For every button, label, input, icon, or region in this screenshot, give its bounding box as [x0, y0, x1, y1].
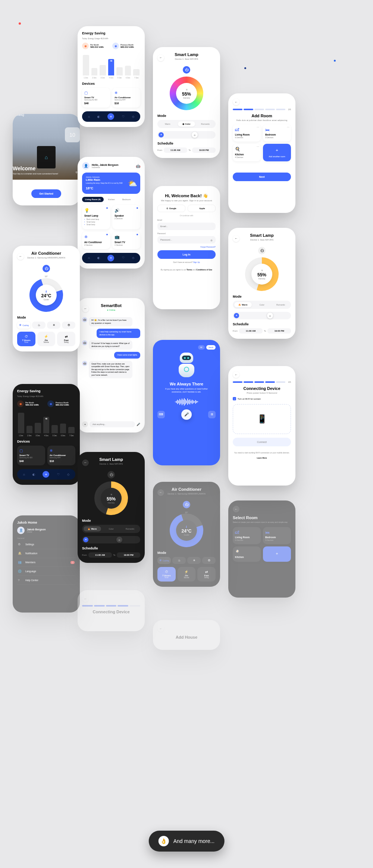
- temperature-dial[interactable]: 🌡24°CCooler: [29, 278, 63, 312]
- back-button[interactable]: ←: [157, 55, 164, 61]
- connect-button[interactable]: Connect: [233, 438, 291, 446]
- mode-romantic[interactable]: Romantic: [272, 302, 289, 307]
- temperature-dial[interactable]: 🌡24°CCooler: [170, 514, 203, 547]
- room-living[interactable]: ⋯🛋Living Room6 Devices: [233, 124, 261, 142]
- swing-tile[interactable]: ⇄FastSwing: [197, 567, 216, 582]
- terms-link[interactable]: Terms: [186, 269, 192, 271]
- mic-button[interactable]: 🎤: [181, 409, 192, 420]
- add-room-tile[interactable]: +: [263, 546, 291, 562]
- nav-home-icon[interactable]: ⌂: [23, 473, 25, 476]
- nav-energy-icon[interactable]: ◐: [32, 473, 35, 476]
- tab-bedroom[interactable]: Bedroom: [119, 197, 134, 202]
- timer-tile[interactable]: ⏱7 HoursTimer: [17, 332, 35, 346]
- nav-profile-icon[interactable]: ◇: [132, 256, 134, 260]
- from-time[interactable]: 11:00 AM: [88, 552, 112, 558]
- mode-color[interactable]: Color: [253, 302, 271, 307]
- mode-warm[interactable]: 🔥Warm: [234, 302, 252, 307]
- learn-more-link[interactable]: Learn More: [257, 457, 267, 459]
- tile-tv[interactable]: 📺Smart TV1 Devices: [112, 232, 140, 249]
- source-tile[interactable]: ⚡OnSource: [178, 567, 196, 582]
- mode-fan[interactable]: ♨: [172, 557, 186, 564]
- from-time[interactable]: 11:00 AM: [239, 328, 263, 334]
- intensity-slider[interactable]: ☀☼: [157, 131, 216, 139]
- settings-icon[interactable]: ⊞: [208, 411, 216, 418]
- more-icon[interactable]: ⋯: [257, 145, 259, 148]
- mode-color[interactable]: ◉Color: [178, 121, 195, 127]
- add-attachment-button[interactable]: +: [82, 421, 88, 427]
- mode-auto[interactable]: ⚙: [62, 322, 75, 329]
- nav-profile-icon[interactable]: ◇: [132, 115, 134, 118]
- email-field[interactable]: [157, 223, 216, 230]
- back-button[interactable]: ←: [233, 371, 239, 378]
- to-time[interactable]: 19:00 PM: [267, 328, 291, 334]
- user-avatar[interactable]: 👤: [82, 162, 90, 170]
- nav-home-icon[interactable]: ⌂: [88, 256, 90, 260]
- keyboard-icon[interactable]: ⌨: [157, 411, 165, 418]
- tab-living-room[interactable]: Living Room (4): [82, 197, 104, 202]
- intensity-slider[interactable]: ☀☼: [233, 312, 291, 319]
- nav-add-button[interactable]: +: [43, 471, 49, 478]
- notification-item[interactable]: 🔔Notification: [17, 549, 75, 558]
- swing-tile[interactable]: ⇄FastSwing: [57, 332, 75, 346]
- help-item[interactable]: ?Help Center: [17, 576, 75, 585]
- mode-fan[interactable]: ♨: [32, 322, 46, 329]
- power-button[interactable]: ⏻: [183, 66, 190, 74]
- mode-romantic[interactable]: Romantic: [121, 526, 139, 531]
- password-field[interactable]: [157, 236, 216, 244]
- mode-auto[interactable]: ⚙: [202, 557, 216, 564]
- members-item[interactable]: 👥Members1: [17, 558, 75, 567]
- nav-home-icon[interactable]: ⌂: [88, 115, 90, 118]
- back-button[interactable]: ←: [82, 459, 89, 466]
- nav-bell-icon[interactable]: ♡: [57, 473, 60, 476]
- device-smart-tv[interactable]: ▢Smart TVSamsung AU 800$46: [17, 446, 45, 465]
- mode-cooling[interactable]: ❄ Cooling: [17, 322, 31, 329]
- back-button[interactable]: ←: [157, 489, 164, 496]
- power-button[interactable]: ⏻: [258, 247, 266, 254]
- add-room-tile[interactable]: +Add another room: [263, 144, 291, 161]
- mode-warm[interactable]: 🔥Warm: [84, 526, 101, 531]
- power-button[interactable]: ⏻: [183, 501, 190, 508]
- back-button[interactable]: ←: [233, 99, 239, 105]
- conditions-link[interactable]: Conditions of Use: [196, 269, 212, 271]
- login-button[interactable]: Log In: [157, 250, 216, 259]
- nav-add-button[interactable]: +: [107, 255, 114, 261]
- get-started-button[interactable]: Get Started: [31, 189, 61, 198]
- back-button[interactable]: ←: [17, 253, 24, 260]
- tile-ac[interactable]: ❄Air Conditioner2 Devices: [82, 232, 110, 249]
- back-button[interactable]: ←: [82, 306, 89, 312]
- room-bedroom[interactable]: 🛏Bedroom3 Devices: [263, 527, 291, 544]
- next-button[interactable]: Next: [233, 173, 291, 181]
- device-ac[interactable]: ❄Air ConditionerSamsung WFF$16: [47, 446, 75, 465]
- nav-bell-icon[interactable]: ♡: [122, 115, 125, 118]
- intensity-dial[interactable]: ☀55%Intensity: [170, 77, 203, 110]
- room-living[interactable]: 🛋Living Room6 Devices: [233, 527, 261, 544]
- eye-hidden-icon[interactable]: ⊘: [210, 239, 213, 242]
- room-bedroom[interactable]: ⋯🛏Bedroom3 Devices: [263, 124, 291, 142]
- mode-sun[interactable]: ☀: [187, 557, 201, 564]
- language-item[interactable]: 🌐Language: [17, 567, 75, 576]
- nav-profile-icon[interactable]: ◇: [67, 473, 69, 476]
- timer-tile[interactable]: ⏱7 HoursTimer: [157, 567, 176, 582]
- google-button[interactable]: GGoogle: [157, 205, 185, 212]
- intensity-dial[interactable]: ☀55%Intensity: [94, 481, 128, 515]
- settings-item[interactable]: ⚙Settings: [17, 540, 75, 549]
- tab-kitchen[interactable]: Kitchen: [105, 197, 118, 202]
- mic-icon[interactable]: 🎤: [137, 423, 140, 426]
- intensity-slider[interactable]: ☀☼: [82, 536, 140, 543]
- nav-energy-icon[interactable]: ◐: [97, 256, 100, 260]
- from-time[interactable]: 11:00 AM: [164, 148, 187, 153]
- apple-button[interactable]: Apple: [188, 205, 216, 212]
- back-button[interactable]: ←: [233, 235, 239, 242]
- back-button[interactable]: ←: [82, 595, 89, 602]
- tile-speaker[interactable]: 🔊Speaker2 Devices: [112, 205, 140, 229]
- signup-link[interactable]: Sign Up: [193, 261, 200, 263]
- tile-smart-lamp[interactable]: 💡Smart LampBack smart lampSmart lampSmar…: [82, 205, 110, 229]
- mode-cooling[interactable]: ❄ Cooling: [157, 557, 171, 564]
- chat-input[interactable]: [90, 421, 135, 427]
- source-tile[interactable]: ⚡OnSource: [37, 332, 56, 346]
- forgot-password-link[interactable]: Forgot Password?: [157, 246, 216, 248]
- mode-warm[interactable]: Warm: [159, 121, 176, 127]
- power-button[interactable]: ⏻: [107, 471, 115, 478]
- to-time[interactable]: 19:00 PM: [117, 552, 140, 558]
- more-icon[interactable]: ⋯: [257, 126, 259, 129]
